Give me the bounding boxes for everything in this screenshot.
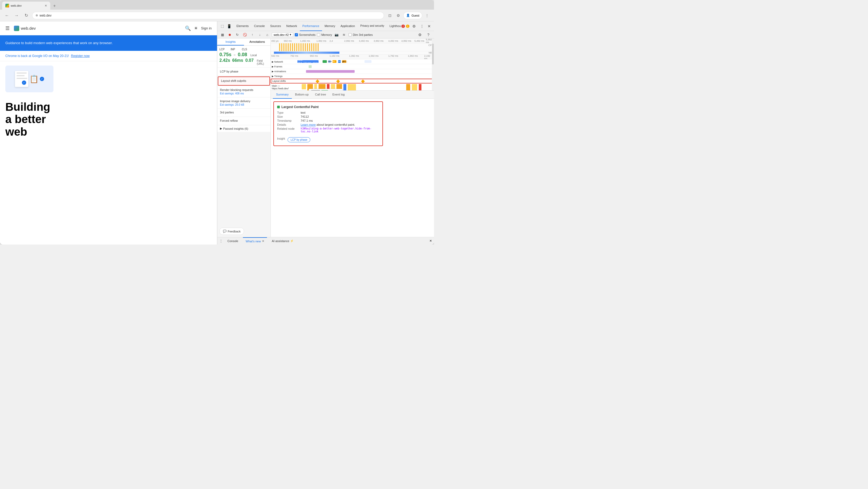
- timings-timeline-row: ▶ Timings: [271, 74, 434, 79]
- profile-button[interactable]: 👤 Guest: [403, 12, 422, 19]
- camera-icon[interactable]: 📷: [334, 32, 339, 38]
- bottom-tab-console-bar[interactable]: Console: [225, 237, 241, 245]
- inspect-element-tool[interactable]: ⬚: [219, 23, 225, 30]
- lcp-type-value: text: [301, 111, 306, 114]
- browser-tab[interactable]: web.dev ✕: [2, 2, 50, 10]
- close-devtools-btn[interactable]: ✕: [427, 23, 432, 29]
- memory-checkbox[interactable]: [317, 33, 320, 36]
- dim3rd-label: Dim 3rd parties: [353, 33, 373, 36]
- tab-lighthouse[interactable]: Lighthouse: [387, 21, 401, 31]
- ruler2-mark-5: 1,592 ms: [369, 55, 379, 57]
- bottom-tab-summary[interactable]: Summary: [273, 91, 292, 99]
- bottom-tab-calltree[interactable]: Call tree: [312, 91, 329, 99]
- timeline-ruler-top: 492 μs 992 ms 1,492 ms 1,992 ms 2,4 2,99…: [271, 38, 434, 44]
- tab-application[interactable]: Application: [338, 21, 358, 31]
- theme-toggle[interactable]: ☀: [194, 26, 198, 31]
- more-tools-btn[interactable]: ⋮: [418, 23, 426, 30]
- network-row-text: Network: [274, 60, 283, 63]
- sidebar-toggle-btn[interactable]: ▦: [219, 32, 225, 38]
- record-btn[interactable]: ⏺: [227, 32, 233, 38]
- insight-image-delivery[interactable]: Improve image delivery Est savings: 25.0…: [217, 97, 271, 109]
- insight-lcp-by-phase[interactable]: LCP by phase: [217, 68, 271, 76]
- cast-icon[interactable]: ⊡: [386, 12, 394, 19]
- dim3rd-checkbox-group: Dim 3rd parties: [348, 33, 373, 36]
- bottom-content: Largest Contentful Paint Type text Size …: [271, 99, 434, 237]
- lcp-learn-more-link[interactable]: Learn more: [301, 123, 316, 126]
- site-nav-actions: 🔍 ☀ Sign in: [185, 25, 212, 31]
- devtools-subtoolbar: ▦ ⏺ ↻ 🚫 ↑ ↓ ⌂ web.dev #2 ▾ ✓ Screenshots: [217, 31, 434, 38]
- insights-tab-annotations[interactable]: Annotations: [244, 38, 271, 46]
- insight-forced-reflow[interactable]: Forced reflow: [217, 117, 271, 125]
- profile-select[interactable]: web.dev #2 ▾: [272, 32, 293, 37]
- network-bar-2: [322, 60, 327, 63]
- dim3rd-checkbox[interactable]: [348, 33, 352, 36]
- extensions-icon[interactable]: ⚙: [395, 12, 402, 19]
- triangle-icon: ▶: [220, 127, 222, 130]
- clear-btn[interactable]: 🚫: [242, 32, 248, 38]
- lcp-node-label: Related node: [277, 127, 299, 133]
- feedback-label: Feedback: [228, 230, 241, 233]
- menu-button[interactable]: ⋮: [423, 12, 431, 19]
- ruler2-mark-3: 1,192 ms: [330, 55, 339, 57]
- bottom-tab-ai[interactable]: AI assistance ⚡: [269, 237, 296, 245]
- devtools-toolbar: ⬚ 📱 Elements Console Sources Network Per…: [217, 21, 434, 31]
- ruler-mark-2: 1,492 ms: [300, 39, 310, 42]
- bottom-bar-menu[interactable]: ⋮: [219, 239, 223, 243]
- device-toolbar-tool[interactable]: 📱: [226, 23, 232, 30]
- timeline-scroll-thumb[interactable]: [432, 44, 434, 64]
- perf-settings-btn[interactable]: ⚙: [416, 31, 423, 38]
- timeline-scrollbar[interactable]: [432, 38, 434, 90]
- animations-row-label: ▶ Animations: [271, 70, 295, 73]
- lcp-size-row: Size 74112: [277, 115, 379, 118]
- settings-btn[interactable]: ⚙: [410, 23, 417, 30]
- bottom-tab-bottomup[interactable]: Bottom-up: [292, 91, 312, 99]
- illus-line-1: [17, 73, 27, 74]
- site-logo[interactable]: web.dev: [14, 26, 36, 31]
- tab-privacy[interactable]: Privacy and security: [358, 21, 387, 31]
- insight-render-blocking[interactable]: Render blocking requests Est savings: 40…: [217, 86, 271, 97]
- url-bar[interactable]: ⊕ web.dev: [32, 12, 384, 19]
- close-bottom-bar-btn[interactable]: ✕: [430, 239, 432, 242]
- whatsnew-close[interactable]: ✕: [262, 239, 264, 243]
- feedback-button[interactable]: 💬 Feedback: [219, 228, 244, 235]
- screenshots-checkbox[interactable]: ✓: [295, 33, 298, 36]
- network-throttle-icon[interactable]: ≋: [341, 32, 347, 38]
- passed-insights-toggle[interactable]: ▶ Passed insights (6): [217, 125, 271, 132]
- upload-btn[interactable]: ↑: [249, 32, 255, 38]
- tab-network[interactable]: Network: [283, 21, 300, 31]
- tab-console[interactable]: Console: [251, 21, 268, 31]
- inp-label: INP: [230, 48, 239, 51]
- lcp-by-phase-btn[interactable]: LCP by phase: [287, 137, 310, 142]
- tab-close-btn[interactable]: ✕: [44, 4, 47, 7]
- tab-elements[interactable]: Elements: [234, 21, 251, 31]
- reload-record-btn[interactable]: ↻: [235, 32, 240, 38]
- tab-performance[interactable]: Performance: [300, 21, 322, 31]
- download-btn[interactable]: ↓: [257, 32, 263, 38]
- refresh-button[interactable]: ↻: [23, 12, 30, 19]
- insight-3rd-parties[interactable]: 3rd parties: [217, 109, 271, 117]
- insight-render-blocking-savings: Est savings: 408 ms: [220, 92, 268, 95]
- announcement-link[interactable]: Register now: [71, 54, 90, 58]
- sign-in-link[interactable]: Sign in: [201, 26, 212, 30]
- animation-bar: [306, 70, 354, 73]
- bottom-tab-eventlog[interactable]: Event log: [329, 91, 348, 99]
- devtools-panel: ⬚ 📱 Elements Console Sources Network Per…: [217, 21, 434, 244]
- tab-title: web.dev: [11, 4, 43, 7]
- lcp-field-value: 2.42s: [219, 58, 230, 63]
- tab-memory[interactable]: Memory: [322, 21, 338, 31]
- bottom-tab-whatsnew[interactable]: What's new ✕: [243, 237, 267, 245]
- inp-metric-group: INP: [230, 48, 239, 51]
- headline-line-2: a better: [5, 113, 212, 125]
- search-icon[interactable]: 🔍: [185, 25, 191, 31]
- perf-help-btn[interactable]: ?: [425, 31, 432, 38]
- tab-sources[interactable]: Sources: [268, 21, 283, 31]
- forward-button[interactable]: →: [13, 12, 20, 19]
- insights-tab-insights[interactable]: Insights: [217, 38, 244, 46]
- cpu-bars: [279, 44, 320, 51]
- new-tab-button[interactable]: +: [51, 2, 58, 10]
- warning-count-badge: 1: [406, 25, 409, 28]
- insight-layout-shift-culprits[interactable]: Layout shift culprits: [218, 77, 270, 86]
- back-button[interactable]: ←: [3, 12, 11, 19]
- home-btn[interactable]: ⌂: [264, 32, 270, 38]
- hamburger-menu[interactable]: ☰: [5, 25, 10, 31]
